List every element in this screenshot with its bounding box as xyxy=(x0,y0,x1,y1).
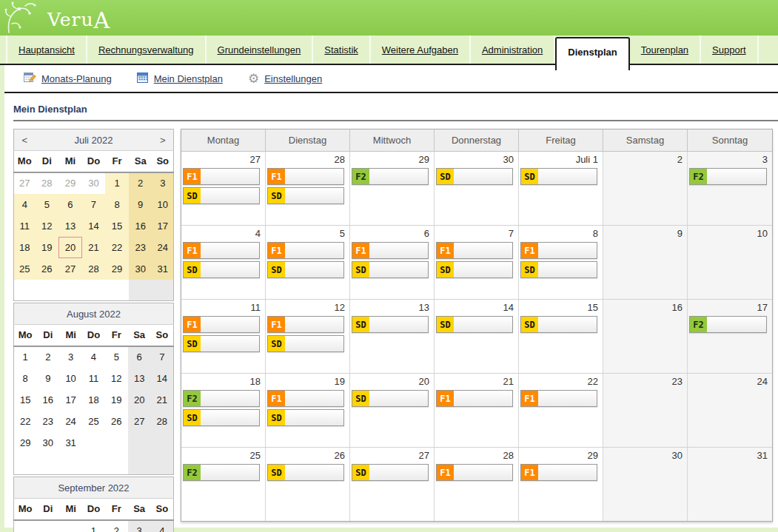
shift-entry-sd[interactable]: SD xyxy=(183,335,260,352)
shift-entry-sd[interactable]: SD xyxy=(267,187,344,204)
shift-entry-f1[interactable]: F1 xyxy=(183,168,260,185)
prev-month-button[interactable]: < xyxy=(14,129,36,151)
shift-entry-sd[interactable]: SD xyxy=(267,409,344,426)
tab-hauptansicht[interactable]: Hauptansicht xyxy=(6,36,87,64)
tab-dienstplan[interactable]: Dienstplan xyxy=(555,37,629,70)
shift-entry-sd[interactable]: SD xyxy=(436,316,513,333)
mini-day-cell[interactable]: 18 xyxy=(82,389,105,411)
mini-day-cell[interactable]: 3 xyxy=(59,346,82,368)
shift-entry-f2[interactable]: F2 xyxy=(183,390,260,407)
mini-day-cell[interactable]: 17 xyxy=(152,215,174,237)
tab-support[interactable]: Support xyxy=(701,36,759,64)
mini-day-cell[interactable]: 12 xyxy=(36,215,59,237)
mini-day-cell[interactable]: 18 xyxy=(14,237,36,258)
mini-day-cell[interactable]: 27 xyxy=(58,258,82,280)
mini-day-cell[interactable]: 4 xyxy=(151,520,174,532)
mini-day-cell[interactable]: 29 xyxy=(105,258,129,280)
mini-day-cell[interactable]: 3 xyxy=(152,172,174,194)
mini-day-cell[interactable]: 9 xyxy=(129,194,152,215)
mini-day-cell[interactable]: 20 xyxy=(58,237,82,258)
mini-day-cell[interactable]: 13 xyxy=(128,368,151,389)
mini-day-cell[interactable]: 11 xyxy=(14,215,36,237)
shift-entry-f1[interactable]: F1 xyxy=(436,390,513,407)
mini-day-cell[interactable]: 5 xyxy=(36,194,59,215)
mini-day-cell[interactable]: 2 xyxy=(36,346,59,368)
mini-day-cell[interactable]: 31 xyxy=(59,432,82,454)
shift-entry-f1[interactable]: F1 xyxy=(352,242,429,259)
toolbar-item-monats-planung[interactable]: Monats-Planung xyxy=(24,72,112,86)
mini-day-cell[interactable]: 8 xyxy=(14,368,37,389)
mini-day-cell[interactable]: 6 xyxy=(58,194,82,215)
mini-day-cell[interactable]: 7 xyxy=(82,194,106,215)
mini-day-cell[interactable]: 24 xyxy=(59,411,82,432)
mini-day-cell[interactable]: 25 xyxy=(14,258,36,280)
mini-day-cell[interactable]: 16 xyxy=(129,215,152,237)
shift-entry-sd[interactable]: SD xyxy=(352,261,429,278)
mini-day-cell[interactable]: 14 xyxy=(151,368,174,389)
mini-day-cell[interactable]: 7 xyxy=(151,346,174,368)
shift-entry-f1[interactable]: F1 xyxy=(436,464,513,481)
next-month-button[interactable]: > xyxy=(152,129,174,151)
tab-weitere-aufgaben[interactable]: Weitere Aufgaben xyxy=(371,36,471,64)
tab-rechnungsverwaltung[interactable]: Rechnungsverwaltung xyxy=(87,36,207,64)
mini-day-cell[interactable]: 21 xyxy=(151,389,174,411)
mini-day-cell[interactable]: 22 xyxy=(105,237,129,258)
shift-entry-sd[interactable]: SD xyxy=(436,168,513,185)
shift-entry-sd[interactable]: SD xyxy=(267,335,344,352)
shift-entry-f2[interactable]: F2 xyxy=(352,168,429,185)
shift-entry-f1[interactable]: F1 xyxy=(183,242,260,259)
mini-day-cell[interactable]: 21 xyxy=(82,237,106,258)
mini-day-cell[interactable]: 1 xyxy=(82,520,105,532)
mini-day-cell[interactable]: 11 xyxy=(82,368,105,389)
mini-day-cell[interactable]: 15 xyxy=(105,215,129,237)
mini-day-cell[interactable]: 17 xyxy=(59,389,82,411)
shift-entry-sd[interactable]: SD xyxy=(520,316,597,333)
mini-day-cell[interactable]: 15 xyxy=(14,389,37,411)
shift-entry-sd[interactable]: SD xyxy=(520,261,597,278)
mini-day-cell[interactable]: 2 xyxy=(105,520,128,532)
shift-entry-sd[interactable]: SD xyxy=(352,390,429,407)
mini-day-cell[interactable]: 9 xyxy=(36,368,59,389)
mini-day-cell[interactable]: 19 xyxy=(36,237,59,258)
mini-day-cell[interactable]: 8 xyxy=(105,194,129,215)
mini-day-cell[interactable]: 10 xyxy=(59,368,82,389)
shift-entry-f1[interactable]: F1 xyxy=(267,316,344,333)
mini-day-cell[interactable]: 14 xyxy=(82,215,106,237)
mini-day-cell[interactable]: 1 xyxy=(105,172,129,194)
shift-entry-sd[interactable]: SD xyxy=(183,187,260,204)
mini-day-cell[interactable]: 23 xyxy=(129,237,152,258)
mini-day-cell[interactable]: 2 xyxy=(129,172,152,194)
tab-statistik[interactable]: Statistik xyxy=(313,36,371,64)
mini-day-cell[interactable]: 27 xyxy=(128,411,151,432)
mini-day-cell[interactable]: 24 xyxy=(152,237,174,258)
mini-day-cell[interactable]: 28 xyxy=(36,172,59,194)
mini-day-cell[interactable]: 31 xyxy=(152,258,174,280)
shift-entry-sd[interactable]: SD xyxy=(267,464,344,481)
shift-entry-f1[interactable]: F1 xyxy=(183,316,260,333)
mini-day-cell[interactable]: 5 xyxy=(105,346,128,368)
mini-day-cell[interactable]: 10 xyxy=(152,194,174,215)
mini-day-cell[interactable]: 13 xyxy=(58,215,82,237)
mini-day-cell[interactable]: 12 xyxy=(105,368,128,389)
toolbar-item-einstellungen[interactable]: ⚙Einstellungen xyxy=(248,73,322,85)
shift-entry-f2[interactable]: F2 xyxy=(183,464,260,481)
mini-day-cell[interactable]: 30 xyxy=(82,172,106,194)
shift-entry-f1[interactable]: F1 xyxy=(267,242,344,259)
mini-day-cell[interactable]: 4 xyxy=(82,346,105,368)
mini-day-cell[interactable]: 29 xyxy=(58,172,82,194)
shift-entry-f1[interactable]: F1 xyxy=(520,242,597,259)
shift-entry-f1[interactable]: F1 xyxy=(267,168,344,185)
shift-entry-sd[interactable]: SD xyxy=(183,409,260,426)
mini-day-cell[interactable]: 29 xyxy=(14,432,37,454)
mini-day-cell[interactable]: 26 xyxy=(36,258,59,280)
mini-day-cell[interactable]: 1 xyxy=(14,346,37,368)
mini-day-cell[interactable]: 19 xyxy=(105,389,128,411)
shift-entry-sd[interactable]: SD xyxy=(267,261,344,278)
mini-day-cell[interactable]: 28 xyxy=(151,411,174,432)
mini-day-cell[interactable]: 20 xyxy=(128,389,151,411)
shift-entry-f1[interactable]: F1 xyxy=(520,390,597,407)
shift-entry-f1[interactable]: F1 xyxy=(520,464,597,481)
mini-day-cell[interactable]: 27 xyxy=(14,172,36,194)
tab-tourenplan[interactable]: Tourenplan xyxy=(630,36,701,64)
shift-entry-sd[interactable]: SD xyxy=(183,261,260,278)
